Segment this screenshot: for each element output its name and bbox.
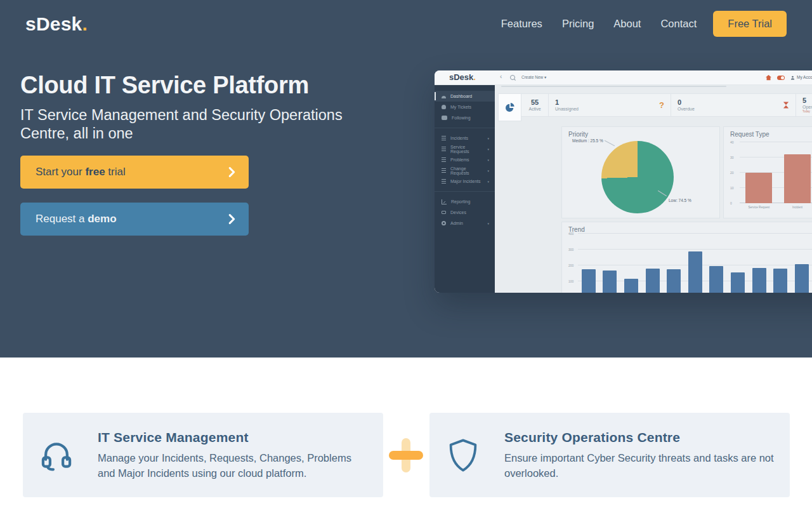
bar bbox=[688, 251, 702, 293]
page-title: Cloud IT Service Platform bbox=[20, 71, 439, 99]
bar bbox=[745, 173, 772, 203]
bar bbox=[603, 271, 617, 293]
stat-card-open[interactable]: 5OpenToday bbox=[796, 93, 812, 117]
person-icon bbox=[442, 105, 446, 109]
bar-january: January bbox=[642, 269, 664, 293]
stat-card-overdue[interactable]: 0Overdue bbox=[671, 93, 796, 117]
bar-august: August bbox=[791, 264, 812, 293]
list-icon bbox=[442, 168, 446, 173]
stat-label: Unassigned bbox=[555, 106, 579, 112]
start-free-trial-button[interactable]: Start your free trial bbox=[20, 156, 249, 189]
sidebar-item-reporting[interactable]: Reporting bbox=[435, 196, 495, 207]
sidebar-item-following[interactable]: Following bbox=[435, 112, 495, 123]
chevron-down-icon: ▾ bbox=[487, 222, 489, 225]
sidebar-item-service-requests[interactable]: Service Requests▾ bbox=[435, 144, 495, 154]
chevron-down-icon: ▾ bbox=[487, 158, 489, 162]
priority-pie-chart bbox=[601, 141, 674, 213]
gear-icon bbox=[442, 221, 446, 225]
stat-label: Active bbox=[528, 106, 540, 112]
free-trial-button[interactable]: Free Trial bbox=[713, 11, 787, 37]
back-icon[interactable]: ‹ bbox=[500, 73, 502, 80]
stat-text: 1Unassigned bbox=[555, 98, 579, 112]
sidebar-item-label: My Tickets bbox=[450, 105, 471, 109]
stat-card-active[interactable]: 55Active bbox=[521, 93, 549, 117]
bar-march: March bbox=[684, 251, 706, 293]
request-demo-label: Request a demo bbox=[36, 213, 117, 225]
chevron-down-icon: ▾ bbox=[487, 147, 489, 151]
sidebar-item-admin[interactable]: Admin▾ bbox=[435, 218, 495, 229]
trend-bar-chart: 0100200300400OctoberNovemberDecemberJanu… bbox=[568, 232, 812, 293]
my-account-menu[interactable]: My Account ▾ bbox=[790, 75, 812, 80]
pie-label-low: Low: 74.5 % bbox=[669, 198, 691, 203]
sidebar-item-change-requests[interactable]: Change Requests▾ bbox=[435, 165, 495, 176]
bar bbox=[624, 279, 638, 293]
sidebar-item-problems[interactable]: Problems▾ bbox=[435, 154, 495, 165]
dashboard-stats: 55Active1Unassigned?0Overdue5OpenToday bbox=[498, 93, 812, 117]
sidebar-item-devices[interactable]: Devices bbox=[435, 207, 495, 218]
hero-section: sDesk. FeaturesPricingAboutContact Free … bbox=[0, 0, 812, 358]
stat-value: 5 bbox=[802, 97, 812, 104]
stat-value: 55 bbox=[528, 98, 540, 106]
sidebar-item-incidents[interactable]: Incidents▾ bbox=[435, 133, 495, 144]
y-tick-label: 400 bbox=[568, 232, 573, 236]
sidebar-item-label: Admin bbox=[450, 221, 463, 225]
start-free-trial-label: Start your free trial bbox=[36, 166, 126, 178]
y-tick-label: 40 bbox=[730, 140, 734, 144]
sidebar-item-label: Problems bbox=[450, 157, 469, 162]
sidebar-item-dashboard[interactable]: Dashboard bbox=[435, 91, 495, 102]
dashboard-screenshot: sDesk. ‹ Create New ▾ My Account ▾ Dashb… bbox=[435, 70, 812, 293]
person-icon bbox=[790, 76, 795, 80]
bar bbox=[784, 154, 811, 203]
feature-card-it-service-management: IT Service Management Manage your Incide… bbox=[23, 413, 383, 497]
request-demo-button[interactable]: Request a demo bbox=[20, 203, 249, 236]
stat-value: 1 bbox=[555, 98, 579, 106]
topbar-right: My Account ▾ bbox=[766, 70, 812, 84]
nav-links: FeaturesPricingAboutContact bbox=[481, 18, 697, 30]
bars: OctoberNovemberDecemberJanuaryFebruaryMa… bbox=[578, 234, 812, 293]
nav-link-features[interactable]: Features bbox=[501, 18, 542, 30]
stat-sublabel: Today bbox=[802, 110, 812, 114]
create-new-menu[interactable]: Create New ▾ bbox=[521, 75, 546, 80]
pie-chart-tab[interactable] bbox=[498, 93, 521, 121]
stat-label: Open bbox=[802, 104, 812, 110]
sidebar-item-label: Change Requests bbox=[450, 166, 483, 175]
dashboard-topbar: sDesk. ‹ Create New ▾ My Account ▾ bbox=[435, 70, 812, 85]
pie-label-medium: Medium : 25.5 % bbox=[572, 138, 603, 143]
y-tick-label: 200 bbox=[568, 264, 573, 267]
home-icon[interactable] bbox=[766, 75, 771, 81]
y-tick-label: 100 bbox=[568, 279, 573, 283]
sidebar-item-label: Reporting bbox=[451, 199, 470, 204]
bar-april: April bbox=[706, 266, 728, 293]
bar bbox=[582, 269, 596, 293]
plus-icon bbox=[389, 438, 423, 472]
list-icon bbox=[442, 157, 446, 162]
dashboard-main: 55Active1Unassigned?0Overdue5OpenToday P… bbox=[495, 85, 812, 293]
sidebar-item-my-tickets[interactable]: My Tickets bbox=[435, 102, 495, 112]
sidebar-divider bbox=[435, 128, 495, 128]
x-tick-label: Service Request bbox=[748, 206, 769, 209]
sidebar-item-major-incidents[interactable]: Major Incidents▾ bbox=[435, 176, 495, 187]
toggle-icon[interactable] bbox=[777, 76, 785, 80]
hero-subtitle: IT Service Management and Security Opera… bbox=[20, 106, 376, 143]
feature-body: Manage your Incidents, Requests, Changes… bbox=[98, 450, 368, 481]
stat-card-unassigned[interactable]: 1Unassigned? bbox=[549, 93, 671, 117]
feature-card-text: Security Operations Centre Ensure import… bbox=[504, 430, 775, 481]
nav-link-pricing[interactable]: Pricing bbox=[562, 18, 594, 30]
bar bbox=[795, 264, 809, 293]
chevron-right-icon bbox=[225, 212, 239, 226]
site-header: sDesk. FeaturesPricingAboutContact Free … bbox=[0, 0, 812, 48]
nav-link-contact[interactable]: Contact bbox=[660, 18, 697, 30]
nav-link-about[interactable]: About bbox=[613, 18, 641, 30]
features-section: IT Service Management Manage your Incide… bbox=[0, 358, 812, 508]
y-tick-label: 20 bbox=[730, 171, 734, 175]
brand-logo[interactable]: sDesk. bbox=[25, 13, 88, 35]
scrollbar[interactable] bbox=[501, 86, 726, 87]
search-icon[interactable] bbox=[510, 75, 515, 80]
dashboard-body: DashboardMy TicketsFollowingIncidents▾Se… bbox=[435, 85, 812, 293]
bar-october: October bbox=[578, 269, 599, 293]
sidebar-divider bbox=[435, 191, 495, 192]
bar bbox=[709, 266, 723, 293]
feature-body: Ensure important Cyber Security threats … bbox=[504, 450, 775, 481]
hero-copy: Cloud IT Service Platform IT Service Man… bbox=[20, 71, 439, 236]
bar-service-request: Service Request bbox=[740, 173, 778, 203]
